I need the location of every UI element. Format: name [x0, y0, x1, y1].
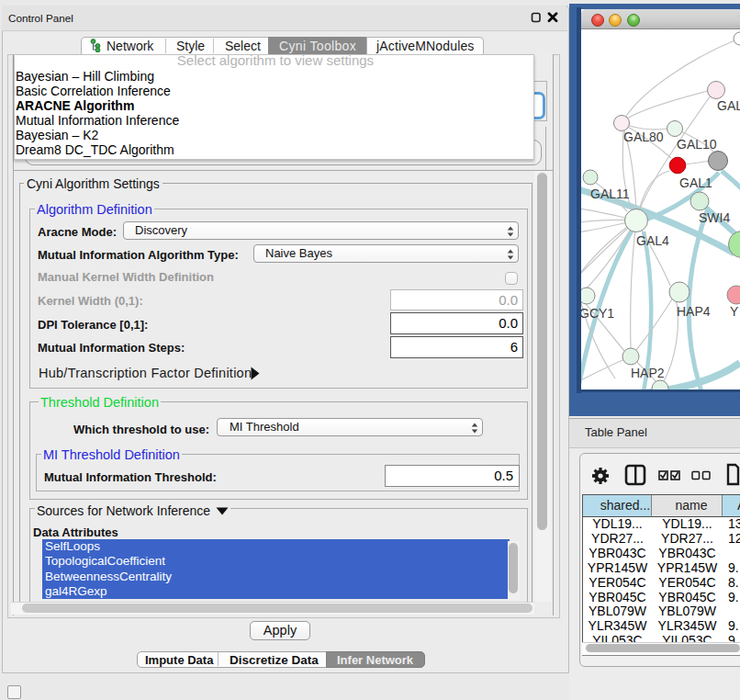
svg-text:GCY1: GCY1: [581, 306, 614, 321]
svg-text:GAL7: GAL7: [717, 98, 740, 113]
svg-text:Y: Y: [730, 304, 739, 319]
svg-text:SWI4: SWI4: [699, 210, 730, 225]
svg-text:HAP2: HAP2: [631, 366, 665, 380]
svg-text:GAL4: GAL4: [636, 233, 669, 248]
svg-text:GAL10: GAL10: [677, 137, 717, 152]
svg-text:GAL1: GAL1: [679, 175, 712, 190]
svg-text:GAL11: GAL11: [590, 186, 630, 201]
svg-text:GAL80: GAL80: [623, 130, 664, 144]
svg-text:HAP4: HAP4: [677, 304, 711, 319]
